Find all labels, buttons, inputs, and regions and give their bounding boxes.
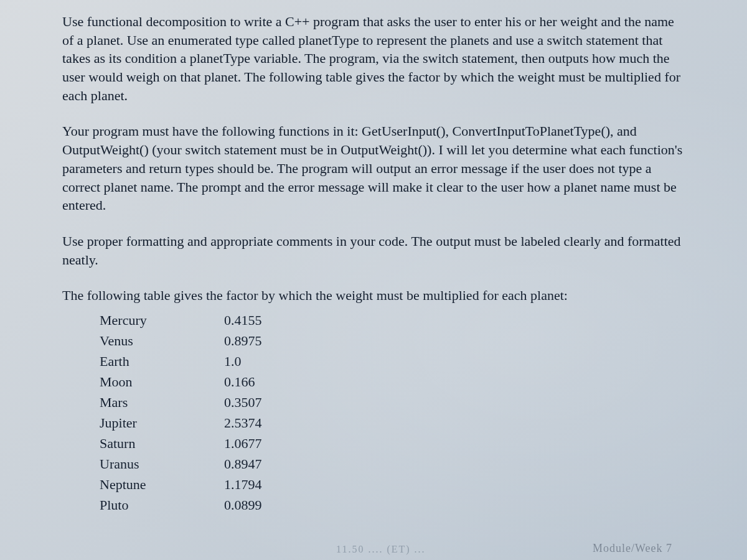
document-content: Use functional decomposition to write a … — [62, 12, 685, 515]
table-row: Jupiter 2.5374 — [100, 413, 685, 433]
paragraph-2: Your program must have the following fun… — [62, 122, 685, 214]
table-row: Uranus 0.8947 — [100, 454, 685, 474]
planet-factor-cell: 0.0899 — [224, 495, 317, 515]
table-intro: The following table gives the factor by … — [62, 286, 685, 305]
planet-factor-cell: 0.8975 — [224, 330, 317, 351]
planet-factor-cell: 1.1794 — [224, 474, 317, 495]
table-row: Mars 0.3507 — [100, 392, 685, 413]
planet-factor-cell: 1.0677 — [224, 433, 317, 454]
planet-factor-table: Mercury 0.4155 Venus 0.8975 Earth 1.0 Mo… — [100, 310, 685, 515]
planet-factor-cell: 0.8947 — [224, 454, 317, 474]
planet-name-cell: Jupiter — [100, 413, 224, 433]
planet-name-cell: Uranus — [100, 454, 224, 474]
table-row: Mercury 0.4155 — [100, 310, 685, 330]
table-row: Earth 1.0 — [100, 351, 685, 371]
table-row: Neptune 1.1794 — [100, 474, 685, 495]
footer-fragment-right: Module/Week 7 — [593, 542, 672, 555]
planet-factor-cell: 0.4155 — [224, 310, 317, 330]
table-row: Venus 0.8975 — [100, 330, 685, 351]
planet-name-cell: Saturn — [100, 433, 224, 454]
footer-fragment-left: 11.50 .... (ET) ... — [336, 544, 426, 555]
table-row: Saturn 1.0677 — [100, 433, 685, 454]
planet-factor-cell: 1.0 — [224, 351, 317, 371]
planet-name-cell: Moon — [100, 371, 224, 392]
planet-name-cell: Pluto — [100, 495, 224, 515]
planet-factor-cell: 0.3507 — [224, 392, 317, 413]
paragraph-1: Use functional decomposition to write a … — [62, 12, 685, 105]
planet-name-cell: Neptune — [100, 474, 224, 495]
planet-name-cell: Venus — [100, 330, 224, 351]
paragraph-3: Use proper formatting and appropriate co… — [62, 232, 685, 269]
planet-name-cell: Mercury — [100, 310, 224, 330]
planet-name-cell: Mars — [100, 392, 224, 413]
table-row: Moon 0.166 — [100, 371, 685, 392]
planet-name-cell: Earth — [100, 351, 224, 371]
table-row: Pluto 0.0899 — [100, 495, 685, 515]
planet-factor-cell: 0.166 — [224, 371, 317, 392]
planet-factor-cell: 2.5374 — [224, 413, 317, 433]
